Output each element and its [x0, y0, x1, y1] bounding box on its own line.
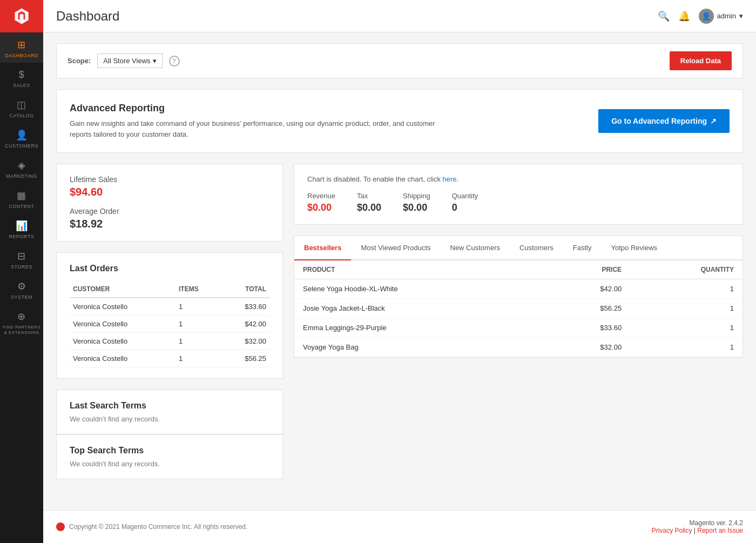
order-customer: Veronica Costello — [70, 316, 176, 333]
metric-tax-label: Tax — [357, 192, 381, 200]
main-content: Dashboard 🔍 🔔 👤 admin ▾ Scope: All Store… — [43, 0, 756, 543]
order-items: 1 — [176, 298, 221, 316]
col-product: Product — [294, 260, 544, 279]
footer: Copyright © 2021 Magento Commerce Inc. A… — [43, 510, 756, 543]
metric-revenue-label: Revenue — [307, 192, 335, 200]
col-customer: Customer — [70, 281, 176, 298]
order-customer: Veronica Costello — [70, 298, 176, 316]
chevron-down-icon: ▾ — [153, 57, 157, 65]
last-search-terms-panel: Last Search Terms We couldn't find any r… — [56, 390, 283, 434]
tab-bestsellers[interactable]: Bestsellers — [294, 236, 351, 260]
last-orders-table: Customer Items Total Veronica Costello 1… — [70, 281, 269, 367]
table-row: Voyage Yoga Bag $32.00 1 — [294, 338, 742, 357]
right-column: Chart is disabled. To enable the chart, … — [294, 164, 743, 479]
sidebar-item-content[interactable]: ▦ CONTENT — [0, 183, 43, 213]
sidebar-item-stores[interactable]: ⊟ STORES — [0, 244, 43, 274]
average-order-value: $18.92 — [70, 218, 269, 230]
order-customer: Veronica Costello — [70, 333, 176, 350]
admin-user-menu[interactable]: 👤 admin ▾ — [699, 9, 743, 24]
product-name: Selene Yoga Hoodie-XL-White — [294, 279, 544, 299]
col-total: Total — [221, 281, 269, 298]
lifetime-sales-label: Lifetime Sales — [70, 175, 269, 184]
metric-shipping-value: $0.00 — [403, 202, 430, 213]
metric-shipping-label: Shipping — [403, 192, 430, 200]
report-issue-link[interactable]: Report an Issue — [697, 527, 743, 534]
search-icon[interactable]: 🔍 — [658, 10, 670, 22]
footer-version: Magento ver. 2.4.2 — [652, 519, 743, 527]
sidebar-item-system[interactable]: ⚙ SYSTEM — [0, 274, 43, 304]
metric-quantity-label: Quantity — [452, 192, 478, 200]
external-link-icon: ↗ — [710, 117, 717, 125]
scope-select[interactable]: All Store Views ▾ — [97, 53, 162, 68]
sidebar-item-label: SYSTEM — [11, 294, 32, 300]
product-price: $33.60 — [544, 318, 630, 338]
average-order-section: Average Order $18.92 — [70, 207, 269, 230]
sidebar-item-label: MARKETING — [6, 173, 37, 179]
table-row: Veronica Costello 1 $42.00 — [70, 316, 269, 333]
sidebar-item-catalog[interactable]: ◫ CATALOG — [0, 92, 43, 123]
average-order-label: Average Order — [70, 207, 269, 216]
sidebar-item-label: STORES — [11, 264, 32, 270]
chart-enable-link[interactable]: here — [443, 175, 457, 183]
table-row: Veronica Costello 1 $56.25 — [70, 350, 269, 367]
metric-quantity-value: 0 — [452, 202, 478, 213]
sidebar-item-reports[interactable]: 📊 REPORTS — [0, 213, 43, 244]
sidebar-item-label: FIND PARTNERS & EXTENSIONS — [2, 325, 41, 335]
scope-value: All Store Views — [103, 57, 150, 65]
notifications-icon[interactable]: 🔔 — [678, 10, 690, 22]
content-icon: ▦ — [17, 190, 26, 202]
sidebar-item-label: customers — [5, 143, 38, 149]
help-icon[interactable]: ? — [169, 56, 180, 66]
tabs-header: Bestsellers Most Viewed Products New Cus… — [294, 236, 742, 260]
tab-new-customers[interactable]: New Customers — [441, 236, 510, 260]
table-row: Veronica Costello 1 $33.60 — [70, 298, 269, 316]
tab-fastly[interactable]: Fastly — [563, 236, 602, 260]
footer-copyright: Copyright © 2021 Magento Commerce Inc. A… — [56, 522, 247, 531]
product-price: $42.00 — [544, 279, 630, 299]
tab-most-viewed[interactable]: Most Viewed Products — [351, 236, 440, 260]
table-row: Josie Yoga Jacket-L-Black $56.25 1 — [294, 299, 742, 318]
product-price: $56.25 — [544, 299, 630, 318]
go-to-advanced-reporting-button[interactable]: Go to Advanced Reporting ↗ — [598, 109, 730, 133]
sidebar-item-customers[interactable]: 👤 customers — [0, 123, 43, 153]
tab-yotpo[interactable]: Yotpo Reviews — [602, 236, 667, 260]
reload-data-button[interactable]: Reload Data — [670, 51, 732, 70]
order-total: $56.25 — [221, 350, 269, 367]
chart-metrics: Revenue $0.00 Tax $0.00 Shipping $0.00 — [307, 192, 730, 213]
product-name: Josie Yoga Jacket-L-Black — [294, 299, 544, 318]
tab-customers[interactable]: Customers — [510, 236, 563, 260]
reports-icon: 📊 — [16, 220, 28, 232]
privacy-policy-link[interactable]: Privacy Policy — [652, 527, 692, 534]
scope-label: Scope: — [68, 57, 91, 65]
order-items: 1 — [176, 350, 221, 367]
order-items: 1 — [176, 316, 221, 333]
topbar-actions: 🔍 🔔 👤 admin ▾ — [658, 9, 743, 24]
order-total: $33.60 — [221, 298, 269, 316]
sidebar-item-sales[interactable]: $ SALES — [0, 63, 43, 92]
order-customer: Veronica Costello — [70, 350, 176, 367]
metric-quantity: Quantity 0 — [452, 192, 478, 213]
partners-icon: ⊕ — [17, 311, 26, 323]
order-items: 1 — [176, 333, 221, 350]
sidebar-item-marketing[interactable]: ◈ MARKETING — [0, 153, 43, 183]
product-quantity: 1 — [630, 318, 742, 338]
table-row: Selene Yoga Hoodie-XL-White $42.00 1 — [294, 279, 742, 299]
product-name: Emma Leggings-29-Purple — [294, 318, 544, 338]
adv-reporting-title: Advanced Reporting — [70, 103, 448, 114]
left-column: Lifetime Sales $94.60 Average Order $18.… — [56, 164, 283, 479]
metric-tax-value: $0.00 — [357, 202, 381, 213]
last-orders-title: Last Orders — [70, 264, 269, 273]
system-icon: ⚙ — [17, 280, 26, 292]
top-search-terms-panel: Top Search Terms We couldn't find any re… — [56, 434, 283, 479]
scope-left: Scope: All Store Views ▾ ? — [68, 53, 180, 68]
adv-btn-label: Go to Advanced Reporting — [611, 117, 707, 125]
sidebar-logo[interactable] — [0, 0, 43, 32]
sidebar-item-findpartners[interactable]: ⊕ FIND PARTNERS & EXTENSIONS — [0, 304, 43, 339]
page-title: Dashboard — [56, 9, 119, 24]
metric-revenue-value: $0.00 — [307, 202, 335, 213]
metric-revenue: Revenue $0.00 — [307, 192, 335, 213]
stores-icon: ⊟ — [17, 250, 26, 262]
sidebar-item-dashboard[interactable]: ⊞ DASHBOARD — [0, 32, 43, 63]
product-price: $32.00 — [544, 338, 630, 357]
top-search-title: Top Search Terms — [70, 446, 269, 455]
